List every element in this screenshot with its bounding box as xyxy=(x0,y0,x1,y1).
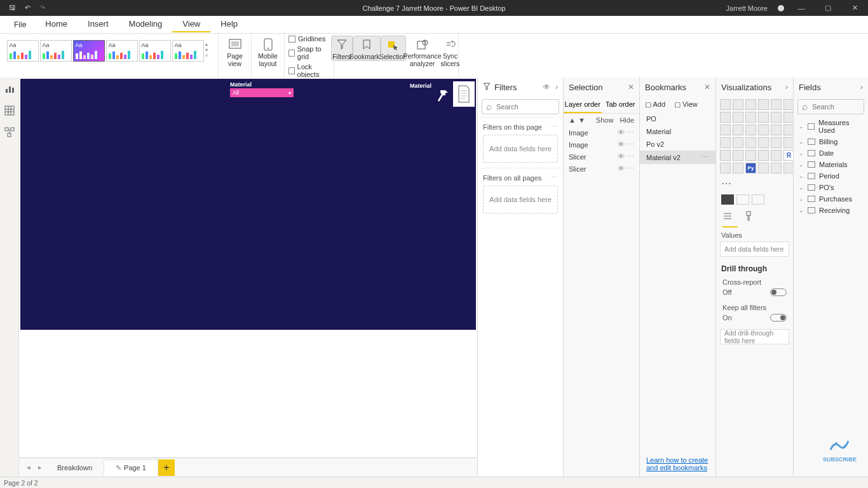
report-page[interactable]: Material All▾ Material xyxy=(20,79,476,330)
mobile-layout-button[interactable]: Mobile layout xyxy=(255,36,281,67)
move-down-icon[interactable]: ▼ xyxy=(578,116,585,124)
bookmarks-learn-link[interactable]: Learn how to create and edit bookmarks xyxy=(646,456,708,471)
field-table[interactable]: ⌄PO's xyxy=(794,182,868,193)
report-view-icon[interactable] xyxy=(4,84,15,94)
viz-type-icon[interactable] xyxy=(733,150,743,161)
viz-type-icon[interactable] xyxy=(758,99,769,110)
add-page-button[interactable]: + xyxy=(158,459,175,476)
more-icon[interactable]: ⋯ xyxy=(627,140,634,149)
bookmarks-pane-button[interactable]: Bookmarks xyxy=(353,36,380,60)
document-icon[interactable] xyxy=(453,81,475,107)
bookmark-add-button[interactable]: ▢ Add xyxy=(645,100,665,109)
hide-button[interactable]: Hide xyxy=(620,116,634,124)
format-tab[interactable] xyxy=(736,194,749,205)
tab-view[interactable]: View xyxy=(172,17,210,32)
themes-more[interactable]: ▴▾▿ xyxy=(205,40,212,60)
viz-type-icon[interactable] xyxy=(771,163,782,173)
cross-report-toggle[interactable] xyxy=(770,288,787,296)
themes-gallery[interactable]: Aa Aa Aa Aa Aa Aa ▴▾▿ xyxy=(7,36,212,77)
theme-thumb[interactable]: Aa xyxy=(106,40,138,62)
eye-icon[interactable]: 👁 xyxy=(618,152,625,161)
selection-pane-button[interactable]: Selection xyxy=(381,36,405,60)
tab-file[interactable]: File xyxy=(5,18,35,32)
bookmark-item[interactable]: Material v2⋯ xyxy=(640,151,715,164)
keep-filters-toggle[interactable] xyxy=(770,314,787,322)
values-drop[interactable]: Add data fields here xyxy=(720,241,789,257)
page-prev[interactable]: ◂ xyxy=(23,463,34,471)
undo-icon[interactable]: ↶ xyxy=(25,4,31,12)
tab-order-tab[interactable]: Tab order xyxy=(602,97,640,113)
bookmark-item[interactable]: PO xyxy=(640,112,715,125)
user-name[interactable]: Jarrett Moore xyxy=(726,4,768,12)
more-icon[interactable]: ⋯ xyxy=(551,173,558,182)
viz-type-icon[interactable] xyxy=(745,125,756,135)
viz-type-icon[interactable] xyxy=(733,137,743,148)
viz-type-icon[interactable] xyxy=(758,125,769,135)
eye-icon[interactable]: 👁 xyxy=(618,165,625,173)
tab-help[interactable]: Help xyxy=(210,17,248,32)
viz-type-icon[interactable] xyxy=(758,112,769,123)
field-table[interactable]: ⌄Materials xyxy=(794,159,868,170)
viz-type-icon[interactable] xyxy=(720,150,731,161)
theme-thumb[interactable]: Aa xyxy=(172,40,204,62)
avatar-icon[interactable] xyxy=(778,5,784,11)
viz-type-icon[interactable] xyxy=(745,112,756,123)
field-table[interactable]: ⌄Billing xyxy=(794,136,868,147)
viz-type-icon[interactable] xyxy=(771,125,782,135)
selection-item[interactable]: Slicer👁⋯ xyxy=(564,163,639,175)
subscribe-badge[interactable]: SUBSCRIBE xyxy=(823,436,857,463)
viz-type-icon[interactable] xyxy=(771,112,782,123)
viz-type-icon[interactable] xyxy=(720,163,731,173)
viz-type-icon[interactable] xyxy=(720,125,731,135)
filters-search[interactable]: ⌕ xyxy=(482,99,559,114)
fields-search-input[interactable] xyxy=(812,103,868,111)
viz-type-icon[interactable] xyxy=(745,150,756,161)
analytics-tab[interactable] xyxy=(752,194,764,205)
drill-drop[interactable]: Add drill-through fields here xyxy=(720,329,789,344)
viz-type-icon[interactable] xyxy=(733,163,743,173)
page-tab-page1[interactable]: ✎Page 1 xyxy=(104,459,158,476)
move-up-icon[interactable]: ▲ xyxy=(569,116,576,124)
sync-slicers-button[interactable]: Sync slicers xyxy=(440,36,461,67)
viz-more[interactable]: ⋯ xyxy=(716,176,793,191)
close-button[interactable]: ✕ xyxy=(845,4,864,12)
theme-thumb-selected[interactable]: Aa xyxy=(73,40,105,62)
more-icon[interactable]: ⋯ xyxy=(702,153,709,161)
bookmark-item[interactable]: Po v2 xyxy=(640,138,715,151)
slicer-value[interactable]: All xyxy=(233,90,239,96)
model-view-icon[interactable] xyxy=(4,127,15,137)
close-icon[interactable]: ✕ xyxy=(704,83,710,92)
viz-type-icon[interactable] xyxy=(733,125,743,135)
field-table[interactable]: ⌄Purchases xyxy=(794,193,868,205)
filters-all-drop[interactable]: Add data fields here xyxy=(483,186,558,214)
tab-insert[interactable]: Insert xyxy=(78,17,119,32)
page-tab-breakdown[interactable]: Breakdown xyxy=(46,460,104,475)
expand-icon[interactable]: › xyxy=(785,83,788,92)
more-icon[interactable]: ⋯ xyxy=(627,128,634,137)
viz-type-icon[interactable] xyxy=(758,150,769,161)
performance-button[interactable]: Performance analyzer xyxy=(407,36,438,67)
eye-icon[interactable]: 👁 xyxy=(618,140,625,149)
bookmark-item[interactable]: Material xyxy=(640,125,715,138)
bookmark-view-button[interactable]: ▢ View xyxy=(674,100,698,109)
save-icon[interactable]: 🖫 xyxy=(9,4,16,12)
field-table[interactable]: ⌄Receiving xyxy=(794,205,868,216)
viz-type-icon[interactable] xyxy=(771,99,782,110)
minimize-button[interactable]: — xyxy=(792,4,811,12)
eye-icon[interactable]: 👁 xyxy=(543,83,550,92)
theme-thumb[interactable]: Aa xyxy=(7,40,39,62)
tab-modeling[interactable]: Modeling xyxy=(119,17,173,32)
viz-type-icon[interactable] xyxy=(733,112,743,123)
viz-type-icon[interactable] xyxy=(745,99,756,110)
show-button[interactable]: Show xyxy=(596,116,614,124)
data-view-icon[interactable] xyxy=(4,105,15,116)
field-list-icon[interactable] xyxy=(722,211,733,224)
page-next[interactable]: ▸ xyxy=(34,463,46,471)
viz-type-icon[interactable] xyxy=(720,99,731,110)
hammer-icon[interactable] xyxy=(437,88,452,105)
redo-icon[interactable]: ↷ xyxy=(39,4,45,12)
lock-check[interactable]: Lock objects xyxy=(288,63,330,78)
viz-type-icon[interactable] xyxy=(745,137,756,148)
theme-thumb[interactable]: Aa xyxy=(40,40,72,62)
field-table[interactable]: ⌄Period xyxy=(794,170,868,182)
